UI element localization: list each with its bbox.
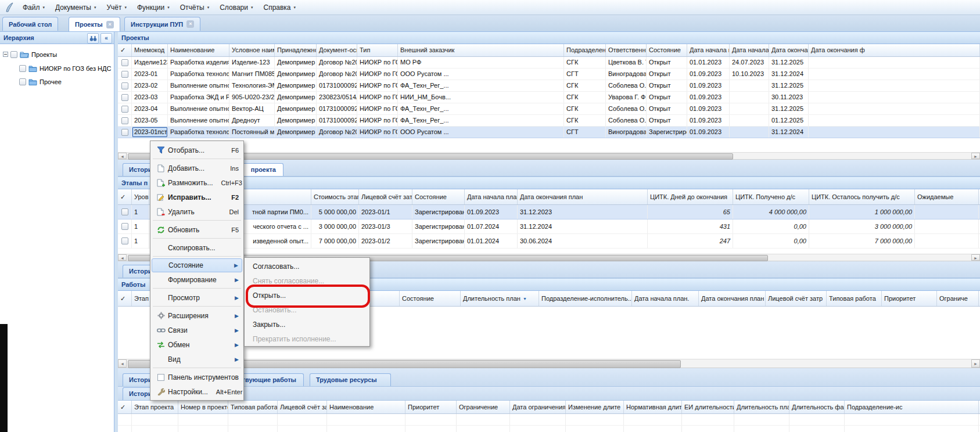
column-header[interactable]: Приоритет: [882, 291, 937, 306]
column-header[interactable]: Приоритет: [405, 401, 457, 413]
tab-pup-instructions[interactable]: Инструкции ПУП×: [124, 17, 200, 31]
column-header[interactable]: Дата ограничения: [510, 401, 566, 413]
column-header[interactable]: Наименование: [327, 401, 405, 413]
menu-dictionaries[interactable]: Словари▾: [214, 2, 258, 13]
column-header[interactable]: ЦИТК. Получено д/с: [733, 189, 809, 204]
tree-checkbox[interactable]: [10, 51, 17, 58]
column-header[interactable]: Длительность план▼: [461, 291, 539, 306]
table-row[interactable]: Изделие123Разработка изделия 123Изделие-…: [118, 57, 980, 69]
table-row[interactable]: 2023-05Выполнение опытно-конс...Дредноут…: [118, 115, 980, 127]
column-header[interactable]: Номер в проекте: [178, 401, 228, 413]
menu-documents[interactable]: Документы▾: [50, 2, 101, 13]
table-row[interactable]: 2023-04Выполнение опытно-конс...Вектор-А…: [118, 103, 980, 115]
menu-item-links[interactable]: Связи▶: [152, 323, 242, 337]
menu-item-exchange[interactable]: Обмен▶: [152, 337, 242, 352]
tree-checkbox[interactable]: [19, 65, 26, 72]
column-header[interactable]: Принадлежность: [275, 44, 317, 56]
scroll-left-icon[interactable]: ◄: [118, 153, 127, 159]
menu-item-edit[interactable]: Исправить...F2: [152, 190, 242, 204]
row-checkbox[interactable]: [121, 117, 128, 124]
menu-item-state[interactable]: Состояние▶: [152, 258, 242, 272]
menu-reports[interactable]: Отчёты▾: [175, 2, 214, 13]
horizontal-scrollbar[interactable]: ◄ ►: [118, 152, 980, 160]
tree-collapse-icon[interactable]: [3, 52, 8, 57]
tab-desktop[interactable]: Рабочий стол: [2, 17, 58, 31]
scroll-right-icon[interactable]: ►: [971, 254, 980, 261]
row-checkbox[interactable]: [121, 71, 128, 78]
select-all-header[interactable]: ✓: [118, 401, 132, 413]
search-icon[interactable]: [87, 33, 99, 44]
menu-item-refresh[interactable]: ОбновитьF5: [152, 222, 242, 237]
column-header[interactable]: Дата окончания пл: [769, 44, 809, 56]
tree-item-other[interactable]: Прочее: [19, 76, 62, 87]
tree-item-niokr-goz[interactable]: НИОКР по ГОЗ без НДС: [19, 63, 111, 74]
column-header[interactable]: Лицевой счёт затр: [278, 401, 327, 413]
scroll-right-icon[interactable]: ►: [971, 153, 980, 159]
table-row[interactable]: 1изведенной опыт...7 000 000,002023-01/2…: [118, 234, 980, 249]
menu-item-preview[interactable]: Просмотр▶: [152, 290, 242, 305]
column-header[interactable]: Дата окончания план: [699, 291, 766, 306]
horizontal-scrollbar[interactable]: ◄ ►: [118, 359, 980, 368]
column-header[interactable]: Подразделение-ис: [845, 401, 979, 413]
menu-accounting[interactable]: Учёт▾: [101, 2, 132, 13]
row-checkbox[interactable]: [121, 223, 128, 230]
table-row[interactable]: 2023-01Разработка технологии и...Магнит …: [118, 69, 980, 80]
table-row[interactable]: 1тной партии ПМ0...5 000 000,002023-01/1…: [118, 205, 980, 219]
select-all-header[interactable]: ✓: [118, 291, 132, 306]
table-row[interactable]: 2023-02Выполнение опытно-конс...Технолог…: [118, 80, 980, 92]
table-row[interactable]: 1ческого отчета с ...3 000 000,002023-01…: [118, 219, 980, 234]
column-header[interactable]: Ограниче: [937, 291, 979, 306]
column-header[interactable]: Подразделение-от: [564, 44, 606, 56]
column-header[interactable]: Дата начала план.: [632, 291, 699, 306]
column-header[interactable]: Дата начала план: [465, 189, 518, 204]
column-header[interactable]: Документ-основан: [317, 44, 357, 56]
menu-item-toolbar-panel[interactable]: Панель инструментов: [152, 370, 242, 384]
column-header[interactable]: Лицевой счёт затр: [766, 291, 827, 306]
menu-item-close[interactable]: Закрыть...: [246, 317, 368, 332]
table-row[interactable]: 2023-01пстРазработка технологии и...Пост…: [118, 127, 980, 138]
column-header[interactable]: ЦИТК. Осталось получить д/с: [809, 189, 915, 204]
menu-item-open[interactable]: Открыть...: [246, 288, 368, 303]
scroll-left-icon[interactable]: ◄: [118, 359, 127, 368]
column-header[interactable]: Нормативная длит: [624, 401, 682, 413]
column-header[interactable]: Мнемокод: [132, 44, 168, 56]
menu-item-add[interactable]: Добавить...Ins: [152, 161, 242, 175]
menu-functions[interactable]: Функции▾: [132, 2, 175, 13]
scroll-right-icon[interactable]: ►: [971, 359, 980, 368]
sort-arrow-icon[interactable]: ▼: [523, 297, 527, 301]
table-row[interactable]: 2023-03Разработка ЭКД и РКД н...905-U020…: [118, 92, 980, 103]
column-header[interactable]: Ожидаемые: [915, 189, 979, 204]
column-header[interactable]: Дата начала план.: [687, 44, 730, 56]
column-header[interactable]: Состояние: [647, 44, 687, 56]
close-tab-icon[interactable]: ×: [106, 21, 114, 28]
row-checkbox[interactable]: [121, 129, 128, 136]
select-all-header[interactable]: ✓: [118, 44, 132, 56]
column-header[interactable]: Стоимость этапа: [311, 189, 359, 204]
column-header[interactable]: Тип: [357, 44, 398, 56]
column-header[interactable]: Типовая работа: [228, 401, 278, 413]
menu-item-delete[interactable]: УдалитьDel: [152, 204, 242, 219]
column-header[interactable]: Ограничение: [457, 401, 510, 413]
menu-item-filter[interactable]: Отобрать...F6: [152, 143, 242, 157]
menu-item-approve[interactable]: Согласовать...: [246, 259, 368, 273]
row-checkbox[interactable]: [121, 82, 128, 89]
column-header[interactable]: Типовая работа: [827, 291, 882, 306]
tab-labor-resources[interactable]: Трудовые ресурсы: [310, 373, 391, 386]
column-header[interactable]: Дата начала факт.: [730, 44, 769, 56]
column-header[interactable]: ЦИТК. Дней до окончания: [648, 189, 733, 204]
column-header[interactable]: ЕИ длительности: [682, 401, 734, 413]
column-header[interactable]: Изменение длите: [566, 401, 624, 413]
collapse-panel-button[interactable]: «: [100, 33, 112, 44]
row-checkbox[interactable]: [121, 59, 128, 66]
menu-file[interactable]: Файл▾: [17, 2, 50, 13]
row-checkbox[interactable]: [121, 94, 128, 101]
column-header[interactable]: Условное наименова: [229, 44, 275, 56]
column-header[interactable]: Лицевой счёт затрат.: [359, 189, 412, 204]
tab-projects[interactable]: Проекты×: [69, 17, 120, 31]
column-header[interactable]: Наименование: [168, 44, 229, 56]
menu-item-formation[interactable]: Формирование▶: [152, 272, 242, 287]
column-header[interactable]: Ответственный: [606, 44, 647, 56]
menu-help[interactable]: Справка▾: [258, 2, 301, 13]
column-header[interactable]: Уров: [132, 189, 149, 204]
column-header[interactable]: Подразделение-исполнитель..: [539, 291, 632, 306]
